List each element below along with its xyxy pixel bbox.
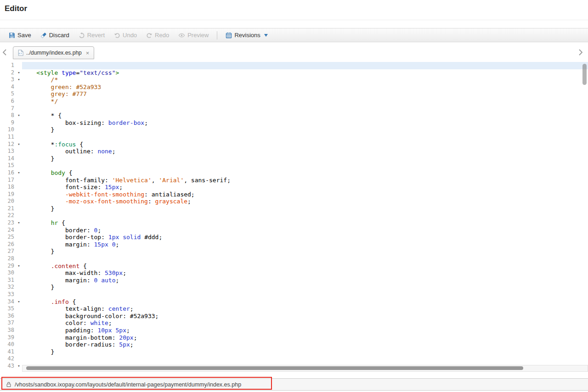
- line-number: 6: [0, 98, 16, 105]
- line-number: 36: [0, 313, 16, 320]
- line-number: 20: [0, 198, 16, 205]
- line-number: 19: [0, 191, 16, 198]
- code-lines: 12▾ <style type="text/css">3▾ /*4 green:…: [0, 59, 588, 372]
- code-text: /*: [22, 76, 588, 84]
- code-text: text-align: center;: [22, 305, 588, 313]
- code-text: <style type="text/css">: [22, 69, 588, 77]
- code-line: 16▾ body {: [0, 169, 588, 177]
- code-line: 40 border-radius: 5px;: [0, 341, 588, 348]
- code-text: [22, 291, 588, 298]
- save-button[interactable]: Save: [5, 30, 35, 40]
- line-number: 18: [0, 184, 16, 191]
- fold-spacer: [16, 119, 22, 127]
- code-text: outline: none;: [22, 148, 588, 155]
- line-number: 42: [0, 355, 16, 363]
- code-text: }: [22, 348, 588, 356]
- line-number: 28: [0, 255, 16, 263]
- fold-arrow-icon[interactable]: ▾: [16, 219, 22, 227]
- line-number: 29: [0, 263, 16, 270]
- code-editor[interactable]: 12▾ <style type="text/css">3▾ /*4 green:…: [0, 59, 588, 372]
- code-text: [22, 162, 588, 169]
- code-text: .content {: [22, 263, 588, 270]
- code-line: 34▾ .info {: [0, 298, 588, 306]
- fold-arrow-icon[interactable]: ▾: [16, 112, 22, 119]
- toolbar-button-label: Save: [17, 32, 31, 39]
- line-number: 3: [0, 76, 16, 84]
- fold-arrow-icon[interactable]: ▾: [16, 298, 22, 306]
- caret-down-icon: [264, 34, 268, 37]
- line-number: 37: [0, 319, 16, 327]
- line-number: 30: [0, 269, 16, 277]
- chevron-left-icon: [2, 49, 7, 57]
- vertical-scrollbar-thumb[interactable]: [582, 64, 587, 85]
- preview-button[interactable]: Preview: [174, 30, 213, 40]
- undo-icon: [114, 32, 120, 39]
- line-number: 5: [0, 90, 16, 98]
- code-text: green: #52a933: [22, 84, 588, 91]
- horizontal-scrollbar-thumb[interactable]: [26, 366, 523, 370]
- undo-button[interactable]: Undo: [110, 30, 141, 40]
- code-line: 39 margin-bottom: 20px;: [0, 334, 588, 342]
- fold-arrow-icon[interactable]: ▾: [16, 169, 22, 177]
- line-number: 21: [0, 205, 16, 213]
- code-text: }: [22, 284, 588, 291]
- redo-button[interactable]: Redo: [142, 30, 173, 40]
- line-number: 25: [0, 234, 16, 241]
- line-number: 40: [0, 341, 16, 348]
- fold-spacer: [16, 205, 22, 213]
- line-number: 10: [0, 126, 16, 134]
- line-number: 15: [0, 162, 16, 169]
- code-text: border-radius: 5px;: [22, 341, 588, 348]
- code-line: 4 green: #52a933: [0, 84, 588, 91]
- tab-scroll-right-button[interactable]: [578, 49, 586, 56]
- code-line: 42: [0, 355, 588, 363]
- discard-button[interactable]: Discard: [36, 30, 74, 40]
- line-number: 11: [0, 134, 16, 141]
- fold-arrow-icon[interactable]: ▾: [16, 69, 22, 77]
- lock-icon: [6, 381, 11, 387]
- file-tab[interactable]: ../dummy/index.es.php×: [13, 46, 94, 59]
- fold-spacer: [16, 327, 22, 334]
- code-line: 29▾ .content {: [0, 263, 588, 270]
- fold-arrow-icon[interactable]: ▾: [16, 76, 22, 84]
- code-text: [22, 255, 588, 263]
- code-text: [22, 105, 588, 112]
- fold-arrow-icon[interactable]: ▾: [16, 141, 22, 148]
- file-path: /vhosts/sandbox.ixopay.com/layouts/defau…: [15, 381, 241, 388]
- code-line: 33: [0, 291, 588, 298]
- line-number: 26: [0, 241, 16, 248]
- code-text: [22, 62, 588, 69]
- code-text: max-width: 530px;: [22, 269, 588, 277]
- code-line: 30 max-width: 530px;: [0, 269, 588, 277]
- file-icon: [18, 50, 23, 56]
- code-text: hr {: [22, 219, 588, 227]
- tab-label: ../dummy/index.es.php: [26, 50, 82, 56]
- fold-spacer: [16, 148, 22, 155]
- calendar-icon: [226, 32, 232, 39]
- code-line: 1: [0, 62, 588, 69]
- code-line: 28: [0, 255, 588, 263]
- fold-spacer: [16, 155, 22, 162]
- code-line: 19 -webkit-font-smoothing: antialiased;: [0, 191, 588, 198]
- fold-spacer: [16, 134, 22, 141]
- fold-spacer: [16, 248, 22, 255]
- fold-arrow-icon[interactable]: ▾: [16, 363, 22, 370]
- code-text: background-color: #52a933;: [22, 313, 588, 320]
- code-line: 11: [0, 134, 588, 141]
- code-line: 41 }: [0, 348, 588, 356]
- code-text: padding: 10px 5px;: [22, 327, 588, 334]
- fold-spacer: [16, 62, 22, 69]
- tab-close-icon[interactable]: ×: [86, 50, 90, 56]
- fold-spacer: [16, 355, 22, 363]
- fold-spacer: [16, 348, 22, 356]
- line-number: 23: [0, 219, 16, 227]
- code-text: margin-bottom: 20px;: [22, 334, 588, 342]
- tab-scroll-left-button[interactable]: [2, 49, 10, 56]
- code-line: 20 -moz-osx-font-smoothing: grayscale;: [0, 198, 588, 205]
- code-line: 8▾ * {: [0, 112, 588, 119]
- revisions-button[interactable]: Revisions: [221, 30, 271, 40]
- fold-arrow-icon[interactable]: ▾: [16, 263, 22, 270]
- fold-spacer: [16, 277, 22, 284]
- line-number: 39: [0, 334, 16, 342]
- revert-button[interactable]: Revert: [74, 30, 109, 40]
